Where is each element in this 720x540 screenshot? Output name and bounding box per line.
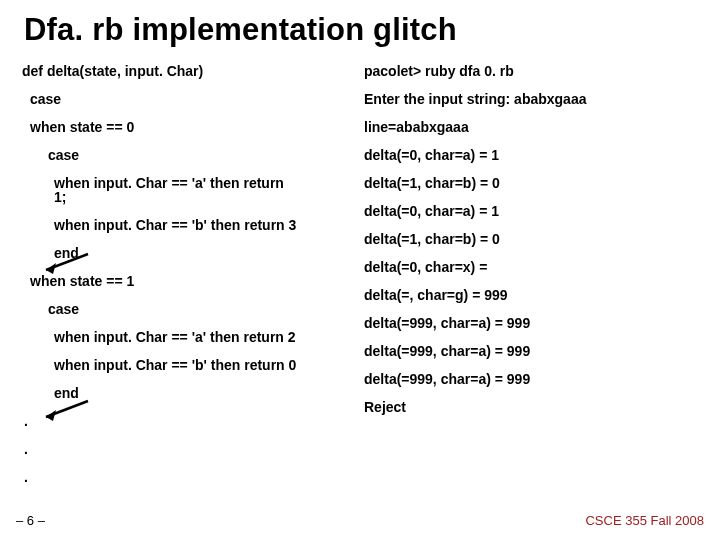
slide-title: Dfa. rb implementation glitch — [0, 0, 720, 48]
code-line: . — [22, 442, 356, 456]
output-line: delta(=1, char=b) = 0 — [364, 232, 698, 246]
output-line: delta(=1, char=b) = 0 — [364, 176, 698, 190]
right-column-output: pacolet> ruby dfa 0. rb Enter the input … — [364, 64, 698, 498]
output-line: delta(=999, char=a) = 999 — [364, 344, 698, 358]
code-line: case — [22, 302, 356, 316]
code-line: end — [22, 386, 356, 400]
output-line: delta(=, char=g) = 999 — [364, 288, 698, 302]
code-line: . — [22, 414, 356, 428]
code-line: . — [22, 470, 356, 484]
code-line: case — [22, 92, 356, 106]
output-line: delta(=0, char=a) = 1 — [364, 204, 698, 218]
left-column-code: def delta(state, input. Char) case when … — [22, 64, 356, 498]
output-line: pacolet> ruby dfa 0. rb — [364, 64, 698, 78]
content-columns: def delta(state, input. Char) case when … — [0, 48, 720, 498]
code-line: when input. Char == 'a' then return 1; — [22, 176, 294, 204]
page-number: – 6 – — [16, 513, 45, 528]
course-footer: CSCE 355 Fall 2008 — [585, 513, 704, 528]
code-line: when input. Char == 'a' then return 2 — [22, 330, 356, 344]
code-line: when state == 0 — [22, 120, 356, 134]
output-line: Reject — [364, 400, 698, 414]
output-line: delta(=999, char=a) = 999 — [364, 316, 698, 330]
output-line: line=ababxgaaa — [364, 120, 698, 134]
code-line: when input. Char == 'b' then return 3 — [22, 218, 356, 232]
output-line: delta(=999, char=a) = 999 — [364, 372, 698, 386]
code-line: def delta(state, input. Char) — [22, 64, 356, 78]
code-line: end — [22, 246, 356, 260]
output-line: delta(=0, char=a) = 1 — [364, 148, 698, 162]
code-line: when input. Char == 'b' then return 0 — [22, 358, 356, 372]
code-line: when state == 1 — [22, 274, 356, 288]
output-line: Enter the input string: ababxgaaa — [364, 92, 698, 106]
code-line: case — [22, 148, 356, 162]
output-line: delta(=0, char=x) = — [364, 260, 698, 274]
